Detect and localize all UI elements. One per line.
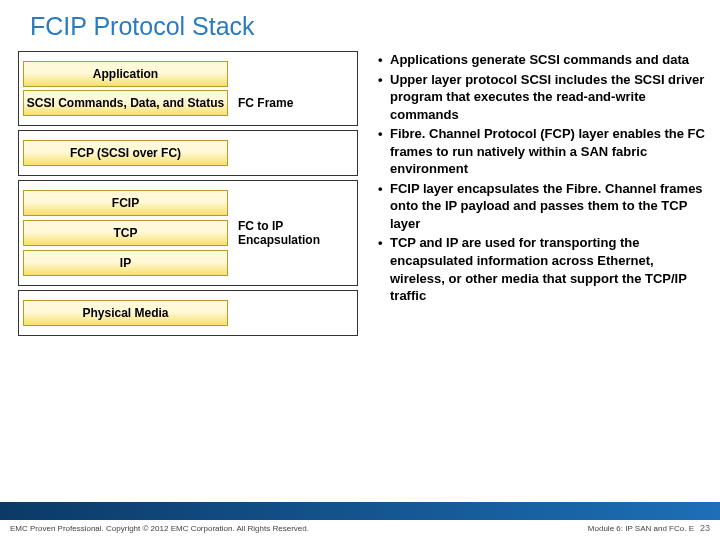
footer: EMC Proven Professional. Copyright © 201… <box>0 502 720 540</box>
footer-right: Module 6: IP SAN and FCo. E 23 <box>588 523 710 533</box>
bullets-list: Applications generate SCSI commands and … <box>364 51 710 305</box>
list-item: FCIP layer encapsulates the Fibre. Chann… <box>378 180 710 233</box>
layer-application: Application <box>23 61 228 87</box>
stack-group-4: Physical Media <box>18 290 358 336</box>
layer-scsi: SCSI Commands, Data, and Status <box>23 90 228 116</box>
copyright: EMC Proven Professional. Copyright © 201… <box>10 524 309 533</box>
layer-physical: Physical Media <box>23 300 228 326</box>
layer-ip: IP <box>23 250 228 276</box>
page-number: 23 <box>700 523 710 533</box>
list-item: Applications generate SCSI commands and … <box>378 51 710 69</box>
annotation-encapsulation: FC to IP Encapsulation <box>228 219 353 247</box>
layer-tcp: TCP <box>23 220 228 246</box>
footer-text: EMC Proven Professional. Copyright © 201… <box>0 520 720 533</box>
stack-group-3: FCIP TCP FC to IP Encapsulation IP <box>18 180 358 286</box>
module-label: Module 6: IP SAN and FCo. E <box>588 524 694 533</box>
annotation-fc-frame: FC Frame <box>228 96 293 110</box>
layer-fcp: FCP (SCSI over FC) <box>23 140 228 166</box>
stack-row: Application <box>23 61 353 87</box>
stack-row: SCSI Commands, Data, and Status FC Frame <box>23 90 353 116</box>
footer-bar <box>0 502 720 520</box>
stack-row: FCIP <box>23 190 353 216</box>
stack-group-1: Application SCSI Commands, Data, and Sta… <box>18 51 358 126</box>
bullets-pane: Applications generate SCSI commands and … <box>364 51 710 340</box>
stack-row: Physical Media <box>23 300 353 326</box>
stack-row: TCP FC to IP Encapsulation <box>23 219 353 247</box>
list-item: Upper layer protocol SCSI includes the S… <box>378 71 710 124</box>
layer-fcip: FCIP <box>23 190 228 216</box>
list-item: Fibre. Channel Protocol (FCP) layer enab… <box>378 125 710 178</box>
page-title: FCIP Protocol Stack <box>0 0 720 41</box>
stack-group-2: FCP (SCSI over FC) <box>18 130 358 176</box>
content-area: Application SCSI Commands, Data, and Sta… <box>0 41 720 340</box>
stack-row: IP <box>23 250 353 276</box>
protocol-stack-diagram: Application SCSI Commands, Data, and Sta… <box>18 51 358 340</box>
list-item: TCP and IP are used for transporting the… <box>378 234 710 304</box>
stack-row: FCP (SCSI over FC) <box>23 140 353 166</box>
